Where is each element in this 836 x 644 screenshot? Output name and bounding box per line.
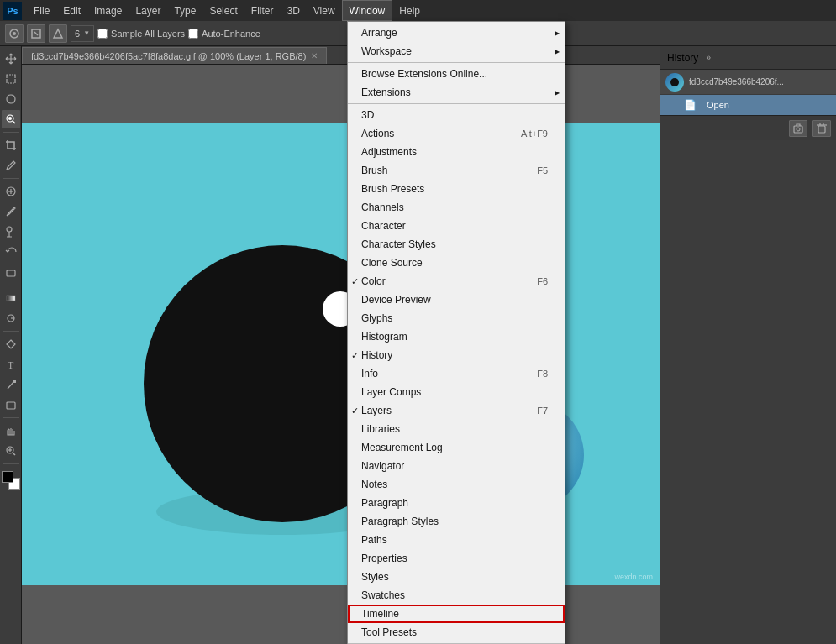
menu-select[interactable]: Select: [202, 0, 244, 21]
tool-mode-btn1[interactable]: [5, 24, 24, 43]
history-panel-expand[interactable]: »: [702, 51, 715, 65]
menu-item-measurement-log[interactable]: Measurement Log: [348, 438, 565, 457]
menu-item-character-styles[interactable]: Character Styles: [348, 235, 565, 254]
sample-all-layers-text: Sample All Layers: [111, 29, 185, 39]
menu-item-navigator[interactable]: Navigator: [348, 457, 565, 475]
menu-item-adjustments[interactable]: Adjustments: [348, 143, 565, 161]
menu-item-info[interactable]: InfoF8: [348, 364, 565, 383]
canvas-tab[interactable]: fd3ccd7b49e366b4206f5ac7f8fa8dac.gif @ 1…: [22, 47, 327, 64]
tool-path-select[interactable]: [2, 375, 20, 394]
history-panel-title: History: [667, 52, 698, 64]
history-panel-header: History »: [660, 46, 836, 70]
tool-mode-btn3[interactable]: [49, 24, 67, 43]
foreground-color-swatch[interactable]: [2, 471, 13, 483]
history-item-open[interactable]: 📄 Open: [660, 95, 836, 115]
left-toolbar: T: [0, 46, 22, 644]
menu-item-browse-extensions[interactable]: Browse Extensions Online...: [348, 65, 565, 83]
menu-image[interactable]: Image: [87, 0, 129, 21]
menu-item-history[interactable]: History: [348, 346, 565, 364]
menu-item-channels[interactable]: Channels: [348, 198, 565, 217]
menu-edit[interactable]: Edit: [56, 0, 87, 21]
svg-line-6: [13, 121, 15, 123]
menu-window[interactable]: Window: [342, 0, 393, 21]
menu-item-layers-shortcut: F7: [537, 406, 548, 416]
menu-item-tool-presets[interactable]: Tool Presets: [348, 623, 565, 641]
svg-rect-24: [818, 126, 825, 133]
tool-lasso[interactable]: [2, 90, 20, 108]
menu-item-character[interactable]: Character: [348, 217, 565, 235]
menu-item-paths[interactable]: Paths: [348, 531, 565, 549]
history-delete-btn[interactable]: [812, 120, 831, 137]
menu-item-histogram[interactable]: Histogram: [348, 327, 565, 346]
menu-item-notes[interactable]: Notes: [348, 475, 565, 494]
menu-divider-2: [348, 103, 565, 104]
tool-history-brush[interactable]: [2, 243, 20, 261]
tool-clone-stamp[interactable]: [2, 223, 20, 241]
menu-item-brush[interactable]: BrushF5: [348, 161, 565, 180]
menu-item-paragraph-styles[interactable]: Paragraph Styles: [348, 512, 565, 531]
menu-item-arrange[interactable]: Arrange: [348, 24, 565, 42]
tool-quick-select[interactable]: [2, 110, 20, 128]
menu-item-brush-presets[interactable]: Brush Presets: [348, 180, 565, 198]
menu-item-layers[interactable]: LayersF7: [348, 401, 565, 420]
menu-item-properties[interactable]: Properties: [348, 549, 565, 568]
tool-zoom[interactable]: [2, 442, 20, 460]
svg-point-23: [797, 128, 800, 131]
menu-item-swatches[interactable]: Swatches: [348, 586, 565, 605]
tool-text[interactable]: T: [2, 355, 20, 374]
menu-item-3d[interactable]: 3D: [348, 106, 565, 124]
tool-move[interactable]: [2, 50, 20, 68]
menu-bar: Ps File Edit Image Layer Type Select Fil…: [0, 0, 836, 21]
sample-all-layers-checkbox[interactable]: [97, 29, 108, 39]
tool-rect-select[interactable]: [2, 70, 20, 88]
tool-mode-btn2[interactable]: [27, 24, 45, 43]
tool-brush[interactable]: [2, 202, 20, 221]
menu-item-timeline[interactable]: Timeline: [348, 605, 565, 623]
menu-item-styles[interactable]: Styles: [348, 568, 565, 586]
menu-item-clone-source[interactable]: Clone Source: [348, 254, 565, 272]
menu-item-device-preview[interactable]: Device Preview: [348, 291, 565, 309]
auto-enhance-checkbox[interactable]: [188, 29, 198, 39]
svg-rect-4: [7, 75, 15, 83]
history-create-snapshot-btn[interactable]: [789, 120, 807, 137]
tool-healing[interactable]: [2, 182, 20, 201]
menu-item-brush-shortcut: F5: [537, 165, 548, 175]
tool-dodge[interactable]: [2, 309, 20, 327]
history-actions: [660, 115, 836, 140]
menu-item-layer-comps[interactable]: Layer Comps: [348, 383, 565, 401]
svg-rect-16: [13, 380, 16, 383]
menu-item-paragraph[interactable]: Paragraph: [348, 494, 565, 512]
svg-text:T: T: [8, 359, 14, 370]
menu-view[interactable]: View: [307, 0, 342, 21]
menu-item-workspace[interactable]: Workspace: [348, 42, 565, 60]
history-item-label: Open: [707, 100, 729, 110]
svg-point-11: [7, 227, 12, 232]
tool-crop[interactable]: [2, 136, 20, 154]
svg-rect-17: [7, 402, 15, 409]
tool-hand[interactable]: [2, 421, 20, 440]
menu-file[interactable]: File: [27, 0, 56, 21]
menu-item-color-shortcut: F6: [537, 276, 548, 286]
color-swatches[interactable]: [2, 471, 20, 490]
menu-item-extensions[interactable]: Extensions: [348, 83, 565, 102]
tool-eyedropper[interactable]: [2, 156, 20, 175]
menu-item-glyphs[interactable]: Glyphs: [348, 309, 565, 327]
menu-item-actions[interactable]: ActionsAlt+F9: [348, 124, 565, 143]
close-tab-btn[interactable]: ✕: [311, 51, 318, 60]
tool-shape[interactable]: [2, 395, 20, 414]
menu-help[interactable]: Help: [392, 0, 427, 21]
menu-type[interactable]: Type: [167, 0, 202, 21]
svg-rect-12: [7, 270, 15, 276]
tool-eraser[interactable]: [2, 263, 20, 281]
tool-gradient[interactable]: [2, 289, 20, 307]
history-panel: History » fd3ccd7b49e366b4206f... 📄 Open: [660, 46, 836, 644]
tool-pen[interactable]: [2, 335, 20, 353]
brush-size-dropdown[interactable]: 6 ▼: [71, 25, 94, 42]
menu-item-actions-shortcut: Alt+F9: [521, 128, 548, 139]
brush-size-value: 6: [75, 29, 80, 39]
menu-item-libraries[interactable]: Libraries: [348, 420, 565, 438]
menu-filter[interactable]: Filter: [244, 0, 281, 21]
menu-layer[interactable]: Layer: [129, 0, 167, 21]
menu-3d[interactable]: 3D: [280, 0, 306, 21]
menu-item-color[interactable]: ColorF6: [348, 272, 565, 291]
